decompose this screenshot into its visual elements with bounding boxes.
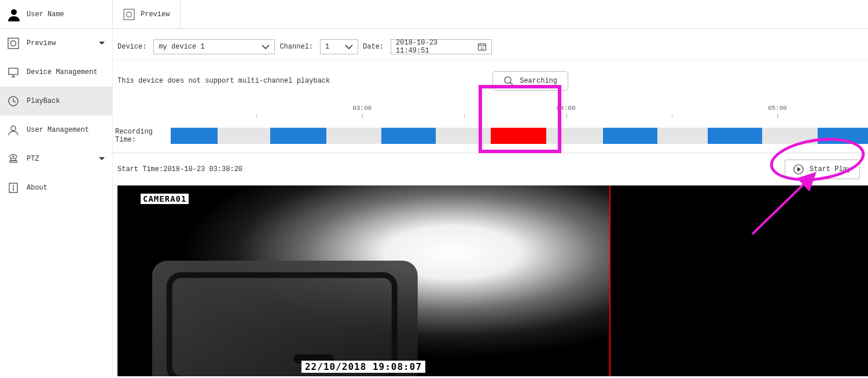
clock-icon [7,95,20,107]
channel-select-value: 1 [325,43,329,51]
sidebar-item-label: Device Management [27,68,97,76]
device-select-value: my device 1 [159,43,204,51]
monitor-icon [7,38,20,49]
chevron-down-icon [262,43,270,51]
camera-target-icon [123,9,135,20]
start-time-label: Start Time:2018-10-23 03:38:20 [117,165,242,173]
svg-rect-3 [8,38,19,49]
recording-segment[interactable] [270,128,326,144]
search-button[interactable]: Searching [492,71,568,91]
play-icon [793,164,804,175]
user-name-label: User Name [27,10,64,18]
date-input[interactable]: 2018-10-23 11:49:51 10 [391,39,492,54]
info-row: This device does not support multi-chann… [113,61,868,101]
svg-rect-14 [10,161,17,162]
device-icon [7,66,20,78]
timeline-subtick [464,114,465,117]
date-input-value: 2018-10-23 11:49:51 [396,39,474,55]
video-pane-1[interactable]: CAMERA01 22/10/2018 19:08:07 [117,186,610,376]
video-frame-image [117,186,609,376]
search-icon [503,76,514,86]
date-label: Date: [363,43,384,51]
chevron-down-icon [98,155,105,162]
recording-segment[interactable] [171,128,218,144]
recording-segment[interactable] [491,128,546,144]
timeline-ticks: 03:00 04:00 05:00 [113,101,868,116]
svg-point-4 [11,41,16,46]
svg-point-23 [505,77,511,83]
sidebar-item-user-management[interactable]: User Management [0,116,112,144]
timeline-subtick [672,114,672,117]
recording-segment[interactable] [381,128,436,144]
timeline-subtick [256,114,257,117]
start-row: Start Time:2018-10-23 03:38:20 Start Pla… [113,153,868,186]
svg-point-0 [11,9,17,15]
sidebar-item-label: PlayBack [27,97,60,105]
timeline-tick: 04:00 [556,105,575,112]
sidebar-item-about[interactable]: About [0,173,112,202]
recording-segment[interactable] [603,128,657,144]
svg-rect-1 [124,9,134,20]
camera-timestamp-overlay: 22/10/2018 19:08:07 [301,361,425,373]
playback-panel: Device: my device 1 Channel: 1 Date: 201… [113,29,868,378]
tab-preview-label: Preview [141,10,170,18]
start-play-button[interactable]: Start Play [785,160,860,179]
svg-text:10: 10 [480,47,484,50]
chevron-down-icon [98,40,105,47]
timeline-tick: 03:00 [352,105,372,112]
recording-segment[interactable] [708,128,762,144]
svg-point-16 [13,185,14,186]
sidebar-item-device-management[interactable]: Device Management [0,58,112,87]
svg-point-11 [11,126,16,131]
sidebar-item-ptz[interactable]: PTZ [0,144,112,173]
sidebar-item-label: Preview [27,39,56,47]
sidebar-item-label: PTZ [27,155,39,163]
timeline[interactable]: 03:00 04:00 05:00 Recording Time: [113,101,868,153]
sidebar-item-label: User Management [27,126,89,134]
channel-label: Channel: [279,43,313,51]
device-select[interactable]: my device 1 [153,39,275,54]
recording-segment[interactable] [818,128,868,144]
svg-line-24 [510,83,513,86]
video-pane-2[interactable] [610,186,868,376]
recording-time-label: Recording Time: [113,128,171,144]
ptz-icon [7,153,20,165]
svg-line-10 [13,101,16,102]
svg-point-2 [127,12,132,17]
recording-track[interactable] [171,128,868,144]
calendar-icon: 10 [477,42,487,51]
chevron-down-icon [345,43,353,51]
multichannel-warning: This device does not support multi-chann… [117,77,330,85]
user-icon [7,124,20,136]
start-play-label: Start Play [810,165,851,173]
info-icon [7,182,20,194]
search-button-label: Searching [520,77,557,85]
sidebar-item-label: About [27,184,47,192]
top-bar: User Name Preview [0,0,868,29]
timeline-tick: 05:00 [768,105,787,112]
video-area: CAMERA01 22/10/2018 19:08:07 [117,186,868,376]
user-block[interactable]: User Name [0,0,113,28]
sidebar: Preview Device Management PlayBack User … [0,29,113,378]
svg-rect-5 [9,68,18,75]
camera-name-overlay: CAMERA01 [141,194,189,204]
svg-rect-31 [117,186,143,376]
svg-point-13 [13,156,14,158]
recording-time-row: Recording Time: [113,124,868,147]
channel-select[interactable]: 1 [320,39,358,54]
filter-bar: Device: my device 1 Channel: 1 Date: 201… [113,29,868,61]
user-solid-icon [7,8,21,21]
device-label: Device: [117,43,146,51]
tab-preview[interactable]: Preview [113,0,181,28]
sidebar-item-preview[interactable]: Preview [0,29,112,58]
sidebar-item-playback[interactable]: PlayBack [0,87,112,116]
